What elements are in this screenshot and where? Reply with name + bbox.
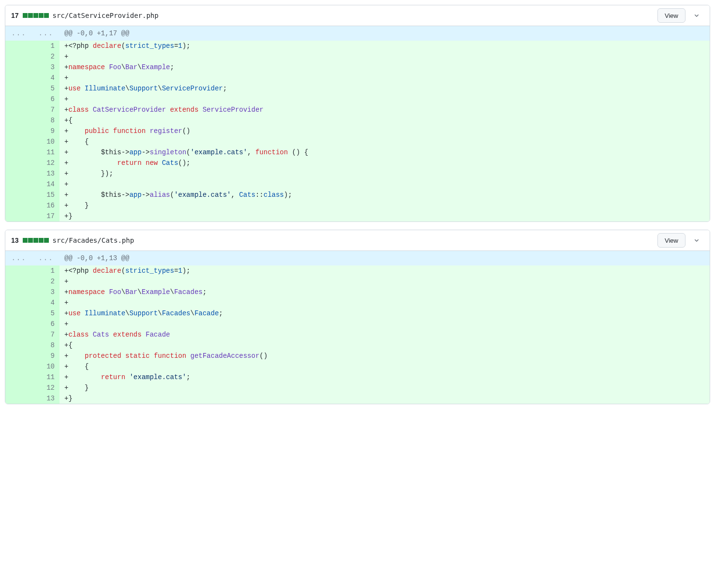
code-cell[interactable]: + xyxy=(60,319,710,329)
code-cell[interactable]: + { xyxy=(60,136,710,147)
code-cell[interactable]: +<?php declare(strict_types=1); xyxy=(60,265,710,276)
diffstat-square-add xyxy=(33,238,38,243)
old-line-number xyxy=(5,158,32,168)
code-cell[interactable]: +use Illuminate\Support\Facades\Facade; xyxy=(60,308,710,319)
diff-line-added[interactable]: 11+ return 'example.cats'; xyxy=(5,372,710,382)
new-line-number: 10 xyxy=(32,361,60,372)
diff-line-added[interactable]: 6+ xyxy=(5,94,710,104)
code-cell[interactable]: + public function register() xyxy=(60,126,710,136)
diff-line-added[interactable]: 1+<?php declare(strict_types=1); xyxy=(5,265,710,276)
diff-line-added[interactable]: 7+class Cats extends Facade xyxy=(5,329,710,340)
file-header-left: 17src/CatServiceProvider.php xyxy=(11,12,159,19)
code-cell[interactable]: + xyxy=(60,297,710,308)
old-line-number xyxy=(5,126,32,136)
new-line-number: 12 xyxy=(32,158,60,168)
file-path[interactable]: src/CatServiceProvider.php xyxy=(53,12,159,19)
code-cell[interactable]: + xyxy=(60,73,710,83)
view-button[interactable]: View xyxy=(657,8,685,23)
diff-line-added[interactable]: 8+{ xyxy=(5,115,710,126)
file-header-right: View xyxy=(657,233,704,248)
diff-line-added[interactable]: 9+ public function register() xyxy=(5,126,710,136)
chevron-down-icon[interactable] xyxy=(689,233,704,248)
code-cell[interactable]: + protected static function getFacadeAcc… xyxy=(60,351,710,361)
code-cell[interactable]: + $this->app->alias('example.cats', Cats… xyxy=(60,190,710,200)
file-path[interactable]: src/Facades/Cats.php xyxy=(53,236,134,244)
code-cell[interactable]: +namespace Foo\Bar\Example\Facades; xyxy=(60,287,710,297)
code-cell[interactable]: +<?php declare(strict_types=1); xyxy=(60,41,710,51)
code-cell[interactable]: +use Illuminate\Support\ServiceProvider; xyxy=(60,83,710,94)
old-line-number xyxy=(5,73,32,83)
hunk-header: ......@@ -0,0 +1,17 @@ xyxy=(5,26,710,41)
old-line-number xyxy=(5,372,32,382)
diff-file: 17src/CatServiceProvider.phpView......@@… xyxy=(5,5,710,222)
code-cell[interactable]: + xyxy=(60,94,710,104)
diff-line-added[interactable]: 14+ xyxy=(5,179,710,190)
code-cell[interactable]: +{ xyxy=(60,115,710,126)
diff-line-added[interactable]: 15+ $this->app->alias('example.cats', Ca… xyxy=(5,190,710,200)
file-header: 17src/CatServiceProvider.phpView xyxy=(5,5,710,26)
diff-line-added[interactable]: 11+ $this->app->singleton('example.cats'… xyxy=(5,147,710,158)
code-cell[interactable]: +class CatServiceProvider extends Servic… xyxy=(60,104,710,115)
code-cell[interactable]: + { xyxy=(60,361,710,372)
view-button[interactable]: View xyxy=(657,233,685,248)
expand-icon[interactable]: ... xyxy=(32,251,60,265)
diff-line-added[interactable]: 13+} xyxy=(5,393,710,404)
diff-line-added[interactable]: 5+use Illuminate\Support\Facades\Facade; xyxy=(5,308,710,319)
new-line-number: 16 xyxy=(32,200,60,211)
code-cell[interactable]: +} xyxy=(60,211,710,221)
code-cell[interactable]: + return new Cats(); xyxy=(60,158,710,168)
diff-line-added[interactable]: 4+ xyxy=(5,73,710,83)
diff-line-added[interactable]: 12+ } xyxy=(5,382,710,393)
expand-icon[interactable]: ... xyxy=(5,251,32,265)
code-cell[interactable]: + return 'example.cats'; xyxy=(60,372,710,382)
new-line-number: 17 xyxy=(32,211,60,221)
hunk-text: @@ -0,0 +1,17 @@ xyxy=(60,26,710,41)
diff-line-added[interactable]: 10+ { xyxy=(5,136,710,147)
diff-line-added[interactable]: 2+ xyxy=(5,276,710,287)
expand-icon[interactable]: ... xyxy=(5,26,32,41)
diff-line-added[interactable]: 13+ }); xyxy=(5,168,710,179)
diff-line-added[interactable]: 9+ protected static function getFacadeAc… xyxy=(5,351,710,361)
code-cell[interactable]: + } xyxy=(60,200,710,211)
new-line-number: 4 xyxy=(32,73,60,83)
diff-line-added[interactable]: 1+<?php declare(strict_types=1); xyxy=(5,41,710,51)
diff-line-added[interactable]: 17+} xyxy=(5,211,710,221)
diff-line-added[interactable]: 8+{ xyxy=(5,340,710,351)
new-line-number: 13 xyxy=(32,393,60,404)
code-cell[interactable]: + xyxy=(60,51,710,62)
code-cell[interactable]: +} xyxy=(60,393,710,404)
code-cell[interactable]: + } xyxy=(60,382,710,393)
new-line-number: 11 xyxy=(32,147,60,158)
diffstat-square-add xyxy=(23,13,28,18)
old-line-number xyxy=(5,168,32,179)
new-line-number: 1 xyxy=(32,41,60,51)
file-header: 13src/Facades/Cats.phpView xyxy=(5,230,710,251)
old-line-number xyxy=(5,297,32,308)
code-cell[interactable]: +{ xyxy=(60,340,710,351)
diff-line-added[interactable]: 6+ xyxy=(5,319,710,329)
chevron-down-icon[interactable] xyxy=(689,8,704,23)
code-cell[interactable]: +namespace Foo\Bar\Example; xyxy=(60,62,710,73)
diff-line-added[interactable]: 12+ return new Cats(); xyxy=(5,158,710,168)
old-line-number xyxy=(5,329,32,340)
expand-icon[interactable]: ... xyxy=(32,26,60,41)
diff-line-added[interactable]: 7+class CatServiceProvider extends Servi… xyxy=(5,104,710,115)
code-cell[interactable]: +class Cats extends Facade xyxy=(60,329,710,340)
diff-line-added[interactable]: 3+namespace Foo\Bar\Example\Facades; xyxy=(5,287,710,297)
new-line-number: 2 xyxy=(32,276,60,287)
diff-line-added[interactable]: 2+ xyxy=(5,51,710,62)
code-cell[interactable]: + xyxy=(60,276,710,287)
old-line-number xyxy=(5,190,32,200)
code-cell[interactable]: + }); xyxy=(60,168,710,179)
old-line-number xyxy=(5,41,32,51)
diff-line-added[interactable]: 4+ xyxy=(5,297,710,308)
old-line-number xyxy=(5,308,32,319)
diff-line-added[interactable]: 16+ } xyxy=(5,200,710,211)
code-cell[interactable]: + $this->app->singleton('example.cats', … xyxy=(60,147,710,158)
new-line-number: 5 xyxy=(32,308,60,319)
diff-line-added[interactable]: 5+use Illuminate\Support\ServiceProvider… xyxy=(5,83,710,94)
diff-line-added[interactable]: 10+ { xyxy=(5,361,710,372)
diff-line-added[interactable]: 3+namespace Foo\Bar\Example; xyxy=(5,62,710,73)
old-line-number xyxy=(5,51,32,62)
code-cell[interactable]: + xyxy=(60,179,710,190)
